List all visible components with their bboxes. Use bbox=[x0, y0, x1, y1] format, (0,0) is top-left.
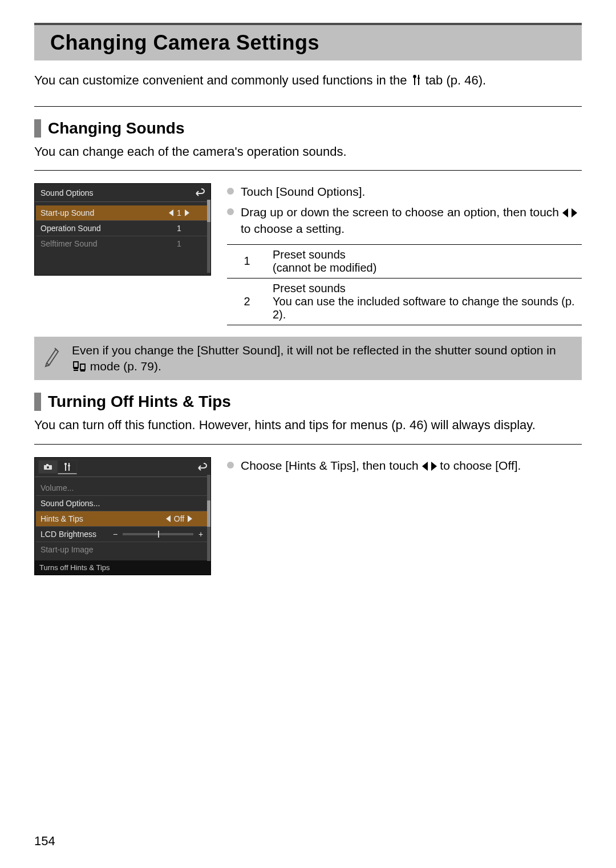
sounds-heading: Changing Sounds bbox=[34, 119, 582, 138]
intro-text-b: tab (p. 46). bbox=[425, 73, 486, 87]
bullet-item: Touch [Sound Options]. bbox=[227, 183, 582, 200]
divider bbox=[34, 444, 582, 445]
bullet-item: Choose [Hints & Tips], then touch to cho… bbox=[227, 457, 582, 474]
svg-rect-1 bbox=[46, 464, 48, 466]
sounds-lcd-col: Sound Options Start-up Sound1Operation S… bbox=[34, 183, 211, 276]
sound-options-table: 1 Preset sounds (cannot be modified) 2 P… bbox=[227, 244, 582, 325]
note-box: Even if you change the [Shutter Sound], … bbox=[34, 337, 582, 381]
heading-accent-bar bbox=[34, 393, 41, 411]
sound-options-screen: Sound Options Start-up Sound1Operation S… bbox=[34, 183, 211, 276]
bullet-text-a: Drag up or down the screen to choose an … bbox=[241, 205, 562, 219]
left-right-arrows-icon bbox=[562, 208, 577, 218]
divider bbox=[34, 106, 582, 107]
lcd-list[interactable]: Volume...Sound Options...Hints & TipsOff… bbox=[35, 477, 210, 560]
pencil-icon bbox=[42, 342, 63, 375]
lcd-tabs bbox=[35, 458, 210, 477]
bullet-text-b: to choose a setting. bbox=[241, 222, 345, 235]
wrench-icon bbox=[411, 74, 422, 86]
lcd-row[interactable]: Volume... bbox=[36, 481, 209, 495]
opt-val: Preset sounds You can use the included s… bbox=[267, 278, 582, 325]
lcd-row[interactable]: LCD Brightness−+ bbox=[36, 526, 209, 542]
hints-lcd-col: Volume...Sound Options...Hints & TipsOff… bbox=[34, 457, 211, 575]
lcd-scrollbar[interactable] bbox=[207, 200, 210, 273]
lcd-status-bar: Turns off Hints & Tips bbox=[35, 560, 210, 575]
hints-bullets: Choose [Hints & Tips], then touch to cho… bbox=[227, 457, 582, 474]
lcd-title: Sound Options bbox=[40, 188, 94, 197]
sounds-heading-text: Changing Sounds bbox=[48, 119, 185, 138]
back-arrow-icon[interactable] bbox=[193, 187, 205, 198]
bullet-text-a: Choose [Hints & Tips], then touch bbox=[241, 459, 422, 472]
table-row: 2 Preset sounds You can use the included… bbox=[227, 278, 582, 325]
main-heading-bar: Changing Camera Settings bbox=[34, 23, 582, 60]
lcd-row[interactable]: Start-up Sound1 bbox=[36, 205, 209, 220]
note-text-a: Even if you change the [Shutter Sound], … bbox=[72, 344, 556, 357]
left-right-arrows-icon bbox=[422, 461, 437, 471]
heading-accent-bar bbox=[34, 119, 41, 138]
lcd-row[interactable]: Start-up Image bbox=[36, 542, 209, 557]
hints-heading: Turning Off Hints & Tips bbox=[34, 393, 582, 411]
note-text: Even if you change the [Shutter Sound], … bbox=[72, 342, 574, 375]
sounds-bullets: Touch [Sound Options]. Drag up or down t… bbox=[227, 183, 582, 237]
opt-val: Preset sounds (cannot be modified) bbox=[267, 244, 582, 278]
intro-paragraph: You can customize convenient and commonl… bbox=[34, 72, 582, 89]
burst-mode-icon bbox=[72, 361, 87, 372]
hints-heading-text: Turning Off Hints & Tips bbox=[48, 393, 231, 411]
bullet-text-b: to choose [Off]. bbox=[440, 459, 521, 472]
tab-setup[interactable] bbox=[58, 460, 77, 474]
lcd-row[interactable]: Selftimer Sound1 bbox=[36, 236, 209, 251]
hints-row: Volume...Sound Options...Hints & TipsOff… bbox=[34, 457, 582, 575]
sounds-instructions: Touch [Sound Options]. Drag up or down t… bbox=[227, 183, 582, 325]
lcd-row[interactable]: Operation Sound1 bbox=[36, 220, 209, 236]
tab-shoot[interactable] bbox=[38, 460, 58, 474]
lcd-header: Sound Options bbox=[35, 184, 210, 202]
table-row: 1 Preset sounds (cannot be modified) bbox=[227, 244, 582, 278]
opt-key: 2 bbox=[227, 278, 267, 325]
intro-text-a: You can customize convenient and commonl… bbox=[34, 73, 411, 87]
lcd-list[interactable]: Start-up Sound1Operation Sound1Selftimer… bbox=[35, 202, 210, 255]
note-text-b: mode (p. 79). bbox=[90, 360, 161, 373]
sounds-row: Sound Options Start-up Sound1Operation S… bbox=[34, 183, 582, 325]
svg-point-2 bbox=[47, 466, 49, 469]
page-number: 154 bbox=[34, 834, 55, 849]
lcd-scrollbar[interactable] bbox=[207, 475, 210, 561]
page-title: Changing Camera Settings bbox=[50, 31, 570, 55]
divider bbox=[34, 170, 582, 171]
hints-desc: You can turn off this function. However,… bbox=[34, 417, 582, 434]
setup-menu-screen: Volume...Sound Options...Hints & TipsOff… bbox=[34, 457, 211, 575]
hints-instructions: Choose [Hints & Tips], then touch to cho… bbox=[227, 457, 582, 477]
lcd-row[interactable]: Sound Options... bbox=[36, 495, 209, 511]
back-arrow-icon[interactable] bbox=[196, 462, 207, 473]
opt-key: 1 bbox=[227, 244, 267, 278]
lcd-row[interactable]: Hints & TipsOff bbox=[36, 511, 209, 526]
sounds-desc: You can change each of the camera's oper… bbox=[34, 143, 582, 160]
bullet-item: Drag up or down the screen to choose an … bbox=[227, 204, 582, 237]
